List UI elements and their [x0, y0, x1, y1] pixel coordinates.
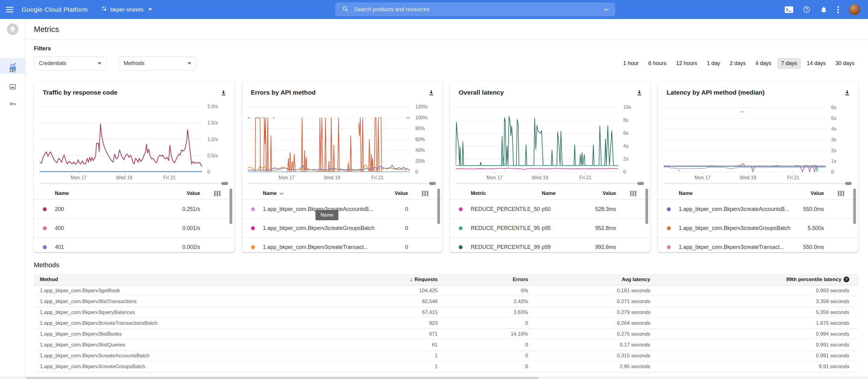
chart-horizontal-scrollbar[interactable] [664, 183, 851, 184]
legend-metric: REDUCE_PERCENTILE_99 [471, 244, 542, 250]
time-range-6-hours[interactable]: 6 hours [645, 58, 671, 69]
column-settings-icon[interactable] [837, 191, 845, 198]
api-product-logo [0, 23, 25, 35]
card-header: Traffic by response code [34, 82, 235, 97]
chart-horizontal-scrollbar[interactable] [248, 183, 435, 184]
methods-dropdown-label: Methods [124, 60, 145, 67]
time-range-7-days[interactable]: 7 days [777, 58, 801, 69]
download-chart-icon[interactable] [220, 90, 227, 97]
left-icon-sidebar [0, 19, 26, 379]
column-header-name[interactable]: Name [55, 191, 69, 197]
column-header-name[interactable]: Name [263, 191, 283, 197]
column-header-value[interactable]: Value [811, 191, 824, 197]
time-range-1-day[interactable]: 1 day [703, 58, 724, 69]
time-range-1-hour[interactable]: 1 hour [619, 58, 643, 69]
column-settings-icon[interactable] [421, 191, 429, 198]
card-title: Latency by API method (median) [667, 89, 765, 96]
chart-area: 10s8s6s4s2s0Mon 17Wed 19Fri 21 [456, 102, 643, 180]
header-method[interactable]: Method [40, 277, 343, 283]
download-chart-icon[interactable] [844, 90, 850, 97]
method-cell-errors: 0 [438, 320, 528, 326]
cloud-shell-icon[interactable] [785, 6, 793, 13]
legend-vertical-scrollbar[interactable] [437, 188, 440, 224]
hamburger-menu-icon[interactable] [0, 0, 19, 19]
legend-name: 1.app_bkper_com.Bkperv3createGroupsBatch [263, 225, 375, 231]
column-header-value[interactable]: Value [395, 191, 408, 197]
series-color-dot [667, 207, 671, 211]
method-cell-errors: 0 [438, 342, 528, 348]
project-selector[interactable]: bkper-sheets [102, 6, 152, 13]
header-requests[interactable]: ↓ Requests [343, 276, 438, 283]
legend-vertical-scrollbar[interactable] [645, 188, 648, 224]
search-bar[interactable] [335, 2, 615, 16]
method-row: 1.app_bkper_com.Bkperv3createAccountsBat… [34, 350, 858, 361]
time-range-2-days[interactable]: 2 days [726, 58, 750, 69]
help-icon[interactable]: ? [843, 277, 849, 282]
chevron-down-icon [98, 62, 101, 65]
series-color-dot [251, 226, 255, 230]
legend-row: REDUCE_PERCENTILE_99p99992.6ms [450, 238, 651, 252]
legend-table-header: NameValue [34, 187, 235, 200]
user-avatar[interactable] [849, 4, 860, 15]
search-expand-chevron-icon[interactable] [604, 7, 609, 12]
method-cell-requests: 104,425 [343, 288, 438, 294]
methods-dropdown[interactable]: Methods [119, 56, 196, 70]
legend-row: 1.app_bkper_com.Bkperv3createTransact...… [242, 238, 443, 252]
method-row: 1.app_bkper_com.Bkperv3listBooks67114.16… [34, 329, 858, 340]
chart-horizontal-scrollbar[interactable] [40, 183, 227, 184]
header-p99-latency[interactable]: 99th percentile latency ? [650, 277, 849, 283]
legend-vertical-scrollbar[interactable] [229, 188, 232, 224]
time-range-14-days[interactable]: 14 days [803, 58, 830, 69]
card-header: Latency by API method (median) [658, 82, 859, 97]
sidebar-item-metrics-icon[interactable] [0, 62, 25, 70]
download-chart-icon[interactable] [428, 90, 435, 97]
sidebar-item-quotas[interactable] [0, 83, 25, 91]
more-options-icon[interactable] [837, 5, 839, 14]
legend-table: NameValue1.app_bkper_com.Bkperv3createAc… [242, 187, 443, 252]
column-header-metric[interactable]: Metric [471, 191, 542, 197]
legend-value: 0.251/s [182, 206, 200, 212]
method-cell-method: 1.app_bkper_com.Bkperv3createTransaction… [40, 320, 343, 326]
time-range-4-days[interactable]: 4 days [752, 58, 775, 69]
notifications-bell-icon[interactable] [820, 6, 827, 13]
sort-descending-icon: ↓ [409, 276, 412, 283]
header-avg-latency[interactable]: Avg latency [528, 277, 650, 283]
chart-horizontal-scrollbar[interactable] [456, 183, 643, 184]
method-cell-avg: 0.181 seconds [528, 288, 650, 294]
column-settings-icon[interactable] [629, 191, 637, 198]
time-range-12-hours[interactable]: 12 hours [672, 58, 701, 69]
download-chart-icon[interactable] [636, 90, 643, 97]
brand-title[interactable]: Google Cloud Platform [22, 6, 88, 13]
column-header-value[interactable]: Value [602, 191, 616, 197]
method-row: 1.app_bkper_com.Bkperv3createGroupsBatch… [34, 361, 858, 372]
credentials-dropdown[interactable]: Credentials [34, 56, 106, 70]
y-axis-labels: 10s8s6s4s2s0 [620, 103, 643, 172]
column-settings-icon[interactable] [214, 191, 221, 198]
method-cell-method: 1.app_bkper_com.Bkperv3createAccountsBat… [40, 353, 343, 359]
scrollbar-thumb[interactable] [221, 182, 228, 185]
top-app-bar: Google Cloud Platform bkper-sheets [0, 0, 868, 19]
legend-value: 0 [405, 244, 408, 250]
method-cell-method: 1.app_bkper_com.Bkperv3queryBalances [40, 309, 343, 315]
horizontal-scrollbar-thumb[interactable] [26, 377, 538, 379]
help-icon[interactable] [803, 6, 810, 13]
legend-row: REDUCE_PERCENTILE_95p95952.8ms [450, 219, 651, 238]
scrollbar-thumb[interactable] [845, 182, 852, 185]
method-cell-requests: 1 [343, 364, 438, 370]
legend-name: 1.app_bkper_com.Bkperv3createTransact... [263, 244, 369, 250]
method-cell-p99: 0.991 seconds [650, 353, 849, 359]
column-header-name[interactable]: Name [679, 191, 693, 197]
column-header-value[interactable]: Value [187, 191, 200, 197]
scrollbar-thumb[interactable] [429, 182, 436, 185]
sidebar-item-credentials[interactable] [0, 100, 25, 108]
metric-card-4: Latency by API method (median)6s5s4s3s2s… [658, 82, 859, 252]
time-range-30-days[interactable]: 30 days [832, 58, 858, 69]
legend-vertical-scrollbar[interactable] [853, 188, 856, 224]
column-header-name[interactable]: Name [542, 191, 556, 197]
scrollbar-thumb[interactable] [637, 182, 644, 185]
line-chart [456, 103, 618, 172]
filters-label: Filters [34, 45, 858, 52]
search-input[interactable] [354, 6, 604, 13]
method-cell-method: 1.app_bkper_com.Bkperv3listBooks [40, 331, 343, 337]
header-errors[interactable]: Errors [438, 277, 528, 283]
